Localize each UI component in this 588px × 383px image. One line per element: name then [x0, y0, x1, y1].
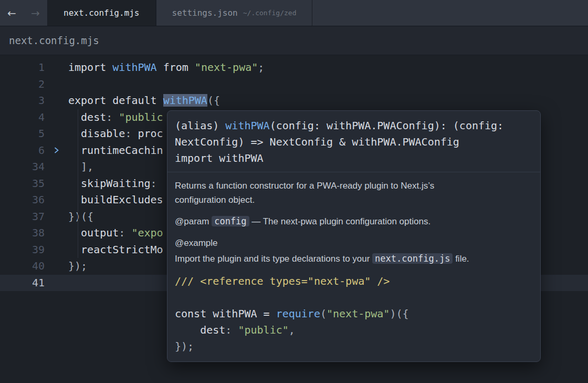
tooltip-code-line: dest: "public",: [175, 322, 533, 338]
fold-gutter: [45, 175, 68, 192]
tooltip-signature-line: (alias) withPWA(config: withPWA.PWAConfi…: [175, 118, 533, 134]
forward-button[interactable]: →: [24, 0, 47, 26]
back-button[interactable]: ←: [0, 0, 24, 26]
fold-gutter: [45, 225, 68, 242]
tooltip-docs: Returns a function constructor for a PWA…: [175, 179, 533, 266]
doc-paragraph: Returns a function constructor for a PWA…: [175, 179, 533, 207]
line-number[interactable]: 41: [0, 275, 45, 292]
fold-gutter: [45, 275, 68, 292]
code-text[interactable]: export default withPWA({: [68, 92, 588, 109]
doc-paragraph: @param config — The next-pwa plugin conf…: [175, 214, 533, 229]
fold-gutter: [45, 209, 68, 225]
tooltip-signature-line: NextConfig) => NextConfig & withPWA.PWAC…: [175, 134, 533, 150]
tab-bar: ← → next.config.mjs settings.json ~/.con…: [0, 0, 588, 26]
tooltip-example-code: /// <reference types="next-pwa" /> const…: [175, 273, 533, 355]
tab-bar-empty-space: [312, 0, 588, 26]
line-number[interactable]: 34: [0, 159, 45, 175]
fold-gutter: [45, 109, 68, 126]
tooltip-divider: [167, 172, 540, 172]
line-number[interactable]: 4: [0, 109, 45, 126]
fold-gutter: [45, 192, 68, 209]
line-number[interactable]: 39: [0, 242, 45, 258]
fold-gutter: [45, 159, 68, 175]
line-number[interactable]: 36: [0, 192, 45, 209]
fold-gutter: [45, 92, 68, 109]
tab-label: next.config.mjs: [64, 8, 140, 18]
fold-gutter: [45, 76, 68, 93]
line-number[interactable]: 3: [0, 92, 45, 109]
inline-code: next.config.js: [372, 253, 453, 264]
tooltip-signature: (alias) withPWA(config: withPWA.PWAConfi…: [175, 118, 533, 167]
code-line[interactable]: 2: [0, 76, 588, 93]
line-number[interactable]: 35: [0, 175, 45, 192]
line-number[interactable]: 5: [0, 126, 45, 142]
line-number[interactable]: 6: [0, 142, 45, 159]
breadcrumb[interactable]: next.config.mjs: [0, 26, 588, 55]
tooltip-code-line: });: [175, 338, 533, 355]
line-number[interactable]: 38: [0, 225, 45, 242]
tooltip-code-line: /// <reference types="next-pwa" />: [175, 273, 533, 289]
fold-gutter: [45, 59, 68, 76]
fold-gutter: [45, 242, 68, 258]
nav-history-buttons: ← →: [0, 0, 47, 26]
code-line[interactable]: 1import withPWA from "next-pwa";: [0, 59, 588, 76]
doc-paragraph: Import the plugin and its type declarati…: [175, 252, 533, 266]
chevron-right-icon[interactable]: [45, 142, 68, 159]
line-number[interactable]: 1: [0, 59, 45, 76]
tab-file-path: ~/.config/zed: [243, 9, 297, 17]
tab-next-config-mjs[interactable]: next.config.mjs: [47, 0, 156, 26]
tab-settings-json[interactable]: settings.json ~/.config/zed: [156, 0, 313, 26]
tooltip-code-line: const withPWA = require("next-pwa")({: [175, 306, 533, 322]
doc-paragraph: @example: [175, 236, 533, 250]
editor[interactable]: 1import withPWA from "next-pwa";2 3expor…: [0, 55, 588, 382]
zed-window: ← → next.config.mjs settings.json ~/.con…: [0, 0, 588, 383]
inline-code: config: [212, 216, 249, 226]
tooltip-signature-line: import withPWA: [175, 150, 533, 167]
code-text[interactable]: import withPWA from "next-pwa";: [68, 59, 588, 76]
hover-tooltip: (alias) withPWA(config: withPWA.PWAConfi…: [167, 110, 541, 362]
line-number[interactable]: 37: [0, 209, 45, 225]
breadcrumb-filename: next.config.mjs: [9, 35, 99, 46]
line-number[interactable]: 40: [0, 258, 45, 275]
indent-guide: [78, 109, 78, 258]
tab-label: settings.json: [172, 8, 238, 18]
fold-gutter: [45, 258, 68, 275]
code-text[interactable]: [68, 76, 588, 93]
tooltip-code-line: [175, 289, 533, 306]
fold-gutter: [45, 126, 68, 142]
line-number[interactable]: 2: [0, 76, 45, 93]
code-line[interactable]: 3export default withPWA({: [0, 92, 588, 109]
